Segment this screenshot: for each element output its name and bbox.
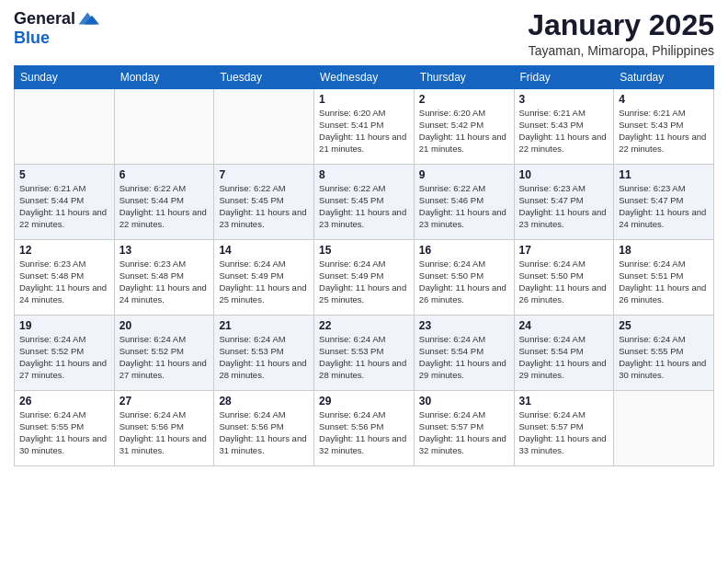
calendar-cell: 31Sunrise: 6:24 AMSunset: 5:57 PMDayligh… [514,391,614,466]
day-info: Sunrise: 6:24 AMSunset: 5:56 PMDaylight:… [219,409,309,456]
day-number: 24 [519,319,609,332]
logo-blue: Blue [14,29,99,48]
calendar-weekday-header: Friday [514,66,614,89]
day-number: 11 [619,168,709,181]
logo-icon [77,7,99,29]
day-info: Sunrise: 6:24 AMSunset: 5:52 PMDaylight:… [19,334,109,381]
day-number: 18 [619,244,709,257]
calendar-weekday-header: Tuesday [214,66,314,89]
calendar-cell: 22Sunrise: 6:24 AMSunset: 5:53 PMDayligh… [314,316,415,391]
calendar-cell: 15Sunrise: 6:24 AMSunset: 5:49 PMDayligh… [314,240,415,316]
calendar-cell: 12Sunrise: 6:23 AMSunset: 5:48 PMDayligh… [15,240,115,316]
calendar-cell: 28Sunrise: 6:24 AMSunset: 5:56 PMDayligh… [214,391,314,466]
calendar-cell [15,89,115,165]
day-info: Sunrise: 6:24 AMSunset: 5:56 PMDaylight:… [119,409,210,456]
calendar-cell: 14Sunrise: 6:24 AMSunset: 5:49 PMDayligh… [214,240,314,316]
calendar-cell [214,89,314,165]
day-info: Sunrise: 6:24 AMSunset: 5:52 PMDaylight:… [119,334,210,381]
day-number: 26 [19,395,109,408]
page: General Blue January 2025 Tayaman, Mimar… [0,0,728,563]
day-info: Sunrise: 6:24 AMSunset: 5:49 PMDaylight:… [219,259,309,305]
logo-text: General Blue [14,9,99,48]
day-number: 7 [219,168,309,181]
calendar-cell: 11Sunrise: 6:23 AMSunset: 5:47 PMDayligh… [614,165,714,240]
day-info: Sunrise: 6:23 AMSunset: 5:48 PMDaylight:… [19,259,109,305]
calendar-cell: 6Sunrise: 6:22 AMSunset: 5:44 PMDaylight… [114,165,214,240]
day-number: 21 [219,319,309,332]
day-number: 3 [519,93,609,106]
calendar-cell: 10Sunrise: 6:23 AMSunset: 5:47 PMDayligh… [514,165,614,240]
calendar-cell: 19Sunrise: 6:24 AMSunset: 5:52 PMDayligh… [15,316,115,391]
location: Tayaman, Mimaropa, Philippines [528,43,714,58]
day-number: 15 [319,244,409,257]
calendar-cell [114,89,214,165]
calendar-week-row: 5Sunrise: 6:21 AMSunset: 5:44 PMDaylight… [15,165,714,240]
day-number: 28 [219,395,309,408]
calendar-cell: 30Sunrise: 6:24 AMSunset: 5:57 PMDayligh… [414,391,514,466]
calendar-cell: 7Sunrise: 6:22 AMSunset: 5:45 PMDaylight… [214,165,314,240]
month-title: January 2025 [528,9,714,41]
day-info: Sunrise: 6:22 AMSunset: 5:45 PMDaylight:… [219,183,309,230]
calendar-weekday-header: Saturday [614,66,714,89]
day-info: Sunrise: 6:24 AMSunset: 5:54 PMDaylight:… [419,334,509,381]
day-number: 17 [519,244,609,257]
calendar-cell: 3Sunrise: 6:21 AMSunset: 5:43 PMDaylight… [514,89,614,165]
day-number: 6 [119,168,210,181]
calendar-cell: 13Sunrise: 6:23 AMSunset: 5:48 PMDayligh… [114,240,214,316]
day-info: Sunrise: 6:21 AMSunset: 5:44 PMDaylight:… [19,183,109,230]
day-number: 29 [319,395,409,408]
day-info: Sunrise: 6:24 AMSunset: 5:50 PMDaylight:… [419,259,509,305]
calendar-weekday-header: Monday [114,66,214,89]
calendar-cell: 1Sunrise: 6:20 AMSunset: 5:41 PMDaylight… [314,89,415,165]
day-number: 14 [219,244,309,257]
day-number: 13 [119,244,210,257]
calendar-header-row: SundayMondayTuesdayWednesdayThursdayFrid… [15,66,714,89]
calendar-week-row: 26Sunrise: 6:24 AMSunset: 5:55 PMDayligh… [15,391,714,466]
calendar-cell: 5Sunrise: 6:21 AMSunset: 5:44 PMDaylight… [15,165,115,240]
day-number: 10 [519,168,609,181]
logo: General Blue [14,9,99,48]
day-number: 31 [519,395,609,408]
calendar-cell: 9Sunrise: 6:22 AMSunset: 5:46 PMDaylight… [414,165,514,240]
calendar-week-row: 19Sunrise: 6:24 AMSunset: 5:52 PMDayligh… [15,316,714,391]
day-number: 16 [419,244,509,257]
day-number: 2 [419,93,509,106]
day-number: 8 [319,168,409,181]
calendar-week-row: 12Sunrise: 6:23 AMSunset: 5:48 PMDayligh… [15,240,714,316]
day-info: Sunrise: 6:20 AMSunset: 5:42 PMDaylight:… [419,108,509,155]
calendar-weekday-header: Wednesday [314,66,415,89]
day-info: Sunrise: 6:22 AMSunset: 5:45 PMDaylight:… [319,183,409,230]
calendar-cell: 23Sunrise: 6:24 AMSunset: 5:54 PMDayligh… [414,316,514,391]
day-number: 23 [419,319,509,332]
day-info: Sunrise: 6:20 AMSunset: 5:41 PMDaylight:… [319,108,409,155]
day-info: Sunrise: 6:23 AMSunset: 5:47 PMDaylight:… [619,183,709,230]
day-number: 19 [19,319,109,332]
title-section: January 2025 Tayaman, Mimaropa, Philippi… [528,9,714,58]
calendar-cell: 20Sunrise: 6:24 AMSunset: 5:52 PMDayligh… [114,316,214,391]
calendar-cell: 18Sunrise: 6:24 AMSunset: 5:51 PMDayligh… [614,240,714,316]
day-info: Sunrise: 6:23 AMSunset: 5:48 PMDaylight:… [119,259,210,305]
day-info: Sunrise: 6:24 AMSunset: 5:53 PMDaylight:… [219,334,309,381]
logo-general: General [14,10,75,29]
calendar-week-row: 1Sunrise: 6:20 AMSunset: 5:41 PMDaylight… [15,89,714,165]
calendar-cell [614,391,714,466]
calendar-weekday-header: Sunday [15,66,115,89]
day-number: 9 [419,168,509,181]
day-info: Sunrise: 6:24 AMSunset: 5:53 PMDaylight:… [319,334,409,381]
day-info: Sunrise: 6:23 AMSunset: 5:47 PMDaylight:… [519,183,609,230]
day-info: Sunrise: 6:24 AMSunset: 5:55 PMDaylight:… [19,409,109,456]
day-info: Sunrise: 6:24 AMSunset: 5:55 PMDaylight:… [619,334,709,381]
calendar-cell: 25Sunrise: 6:24 AMSunset: 5:55 PMDayligh… [614,316,714,391]
day-number: 1 [319,93,409,106]
day-info: Sunrise: 6:24 AMSunset: 5:57 PMDaylight:… [519,409,609,456]
day-info: Sunrise: 6:24 AMSunset: 5:54 PMDaylight:… [519,334,609,381]
calendar-cell: 24Sunrise: 6:24 AMSunset: 5:54 PMDayligh… [514,316,614,391]
day-info: Sunrise: 6:24 AMSunset: 5:50 PMDaylight:… [519,259,609,305]
day-number: 12 [19,244,109,257]
day-info: Sunrise: 6:24 AMSunset: 5:56 PMDaylight:… [319,409,409,456]
calendar-cell: 27Sunrise: 6:24 AMSunset: 5:56 PMDayligh… [114,391,214,466]
day-info: Sunrise: 6:24 AMSunset: 5:49 PMDaylight:… [319,259,409,305]
calendar-cell: 16Sunrise: 6:24 AMSunset: 5:50 PMDayligh… [414,240,514,316]
day-info: Sunrise: 6:21 AMSunset: 5:43 PMDaylight:… [519,108,609,155]
calendar-cell: 8Sunrise: 6:22 AMSunset: 5:45 PMDaylight… [314,165,415,240]
